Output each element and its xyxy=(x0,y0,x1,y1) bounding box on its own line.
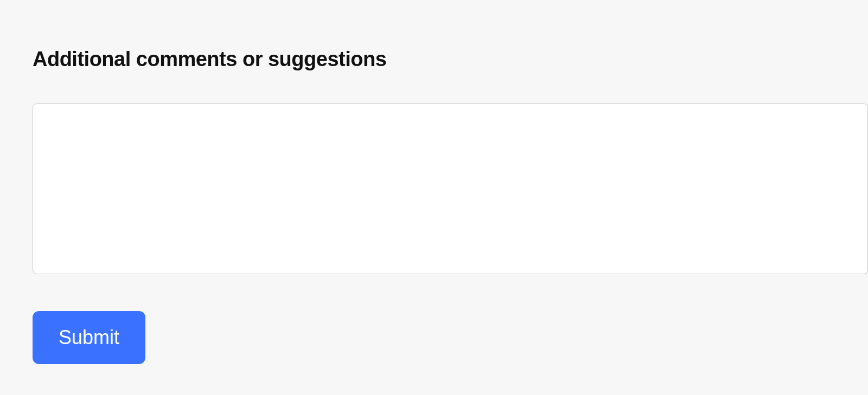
form-section: Additional comments or suggestions Submi… xyxy=(0,0,868,364)
submit-button[interactable]: Submit xyxy=(33,311,145,364)
comments-input[interactable] xyxy=(33,103,868,274)
comments-label: Additional comments or suggestions xyxy=(33,48,868,71)
